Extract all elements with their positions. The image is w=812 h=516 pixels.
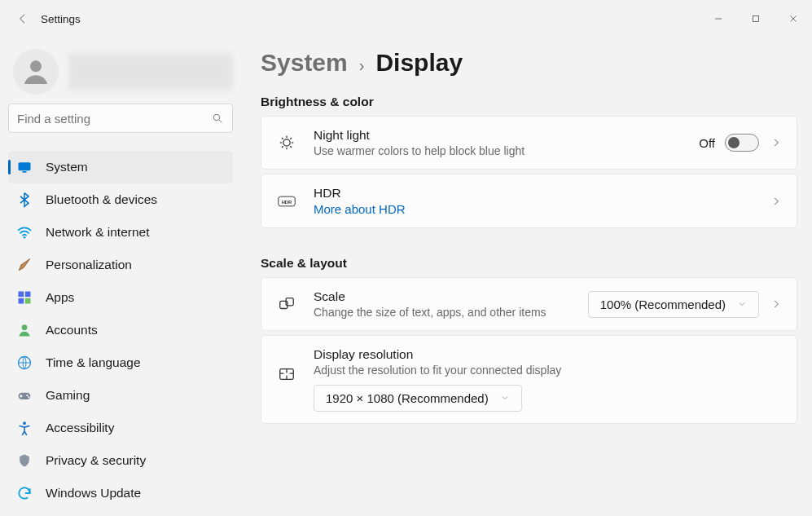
sidebar-item-personalization[interactable]: Personalization (8, 249, 233, 281)
resolution-icon (276, 365, 297, 383)
main-pane: System › Display Brightness & color Nigh… (241, 37, 812, 516)
shield-icon (16, 452, 33, 469)
window-title: Settings (41, 13, 81, 25)
scale-subtitle: Change the size of text, apps, and other… (314, 306, 566, 319)
section-title-brightness: Brightness & color (261, 95, 797, 109)
bluetooth-icon (16, 192, 33, 208)
avatar-icon (13, 49, 59, 95)
nav-list: SystemBluetooth & devicesNetwork & inter… (8, 151, 233, 509)
profile-block[interactable] (8, 43, 233, 100)
scale-title: Scale (314, 289, 572, 304)
globe-clock-icon (16, 355, 33, 371)
resolution-subtitle: Adjust the resolution to fit your connec… (314, 364, 783, 377)
breadcrumb-parent[interactable]: System (261, 49, 348, 77)
sidebar-item-time-language[interactable]: Time & language (8, 346, 233, 379)
breadcrumb: System › Display (261, 49, 797, 77)
gamepad-icon (16, 387, 33, 404)
chevron-right-icon: › (359, 56, 365, 75)
sidebar-item-label: System (46, 160, 88, 174)
night-light-subtitle: Use warmer colors to help block blue lig… (314, 144, 683, 157)
resolution-dropdown-value: 1920 × 1080 (Recommended) (326, 391, 489, 405)
sidebar-item-label: Privacy & security (46, 453, 146, 468)
window-close-button[interactable] (775, 0, 812, 37)
titlebar: Settings (0, 0, 812, 37)
breadcrumb-current: Display (375, 49, 463, 77)
chevron-down-icon (737, 298, 747, 311)
monitor-icon (16, 159, 33, 175)
hdr-icon: HDR (276, 195, 297, 208)
svg-text:HDR: HDR (282, 199, 292, 204)
sidebar-item-apps[interactable]: Apps (8, 281, 233, 314)
chevron-down-icon (500, 391, 510, 405)
back-button[interactable] (11, 7, 34, 30)
night-light-title: Night light (314, 128, 683, 143)
sidebar-item-label: Gaming (46, 388, 90, 403)
search-icon (203, 112, 232, 125)
resolution-dropdown[interactable]: 1920 × 1080 (Recommended) (314, 385, 522, 412)
sidebar-item-label: Apps (46, 290, 74, 305)
sidebar-item-network-internet[interactable]: Network & internet (8, 216, 233, 249)
sidebar-item-label: Windows Update (46, 486, 141, 501)
window-maximize-button[interactable] (737, 0, 775, 37)
accessibility-icon (16, 420, 33, 436)
scale-dropdown[interactable]: 100% (Recommended) (588, 291, 759, 318)
night-light-row[interactable]: Night light Use warmer colors to help bl… (261, 116, 797, 170)
chevron-right-icon[interactable] (769, 196, 783, 207)
sidebar-item-label: Time & language (46, 355, 141, 370)
sidebar-item-bluetooth-devices[interactable]: Bluetooth & devices (8, 183, 233, 216)
resolution-row[interactable]: Display resolution Adjust the resolution… (261, 335, 797, 424)
svg-rect-3 (19, 162, 31, 170)
night-light-state-label: Off (699, 136, 715, 150)
sidebar-item-windows-update[interactable]: Windows Update (8, 477, 233, 509)
hdr-row[interactable]: HDR HDR More about HDR (261, 174, 797, 228)
svg-point-14 (28, 396, 29, 398)
sidebar-item-label: Network & internet (46, 225, 150, 240)
wifi-icon (16, 224, 33, 240)
sidebar-item-system[interactable]: System (8, 151, 233, 183)
update-icon (16, 485, 33, 501)
svg-point-13 (26, 395, 28, 396)
profile-info-redacted (68, 53, 233, 90)
apps-icon (16, 289, 33, 306)
svg-rect-8 (19, 298, 24, 304)
brush-icon (16, 257, 33, 273)
svg-rect-9 (25, 298, 31, 304)
sidebar-item-label: Accounts (46, 323, 98, 337)
section-title-scale: Scale & layout (261, 256, 797, 271)
chevron-right-icon[interactable] (769, 298, 783, 310)
sidebar-item-label: Bluetooth & devices (46, 192, 157, 207)
person-icon (16, 322, 33, 338)
svg-rect-7 (25, 292, 31, 298)
window-minimize-button[interactable] (700, 0, 737, 37)
svg-point-5 (24, 236, 26, 239)
svg-rect-6 (19, 292, 24, 298)
resolution-title: Display resolution (314, 347, 783, 362)
night-light-icon (276, 134, 297, 152)
svg-point-10 (22, 324, 28, 330)
night-light-toggle[interactable] (725, 134, 759, 152)
svg-point-15 (23, 421, 26, 425)
hdr-title: HDR (314, 186, 753, 201)
hdr-more-link[interactable]: More about HDR (314, 202, 753, 216)
search-input[interactable] (8, 104, 233, 133)
svg-point-16 (283, 139, 290, 146)
scale-icon (276, 295, 297, 313)
sidebar-item-label: Accessibility (46, 421, 114, 435)
svg-rect-4 (23, 171, 27, 173)
scale-dropdown-value: 100% (Recommended) (600, 298, 726, 311)
search-input-field[interactable] (9, 112, 203, 126)
sidebar-item-accounts[interactable]: Accounts (8, 314, 233, 346)
sidebar-item-accessibility[interactable]: Accessibility (8, 412, 233, 444)
chevron-right-icon[interactable] (769, 137, 783, 148)
scale-row[interactable]: Scale Change the size of text, apps, and… (261, 277, 797, 331)
sidebar-item-gaming[interactable]: Gaming (8, 379, 233, 412)
sidebar: SystemBluetooth & devicesNetwork & inter… (0, 37, 241, 516)
sidebar-item-label: Personalization (46, 258, 132, 272)
sidebar-item-privacy-security[interactable]: Privacy & security (8, 444, 233, 477)
